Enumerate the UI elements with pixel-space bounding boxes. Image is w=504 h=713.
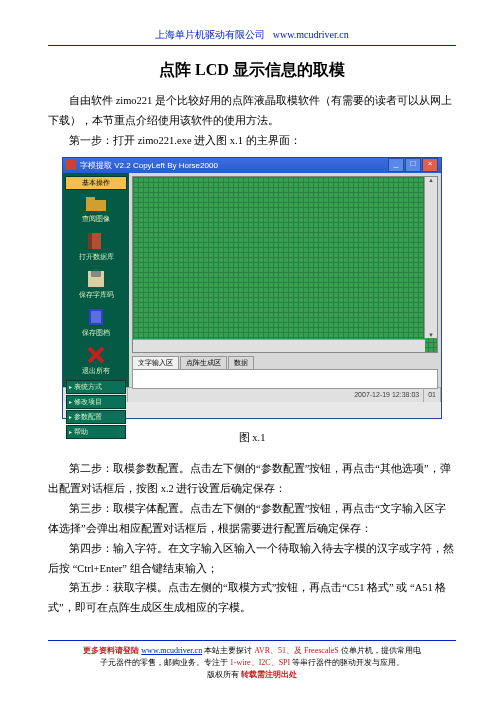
- footer-t1b: 本站主要探讨: [202, 646, 254, 655]
- disk-icon[interactable]: [84, 270, 108, 288]
- pixel-canvas[interactable]: [132, 176, 438, 353]
- sidebar-label-2: 保存字库码: [79, 290, 114, 300]
- text-input-area[interactable]: [132, 369, 438, 389]
- maximize-button[interactable]: □: [405, 158, 421, 172]
- statusbar-time: 2007-12-19 12:38:03: [350, 388, 424, 402]
- sidebar-btn-config[interactable]: 参数配置: [66, 410, 126, 424]
- page-footer: 更多资料请登陆 www.mcudriver.cn 本站主要探讨 AVR、51、及…: [48, 640, 456, 681]
- tab-text-input[interactable]: 文字输入区: [132, 356, 179, 369]
- sidebar-label-3: 保存图档: [82, 328, 110, 338]
- header-url[interactable]: www.mcudriver.cn: [273, 29, 349, 40]
- minimize-button[interactable]: _: [388, 158, 404, 172]
- svg-rect-1: [86, 197, 95, 202]
- statusbar-n: 01: [424, 388, 441, 402]
- footer-chips: AVR、51、及 FreescaleS: [254, 646, 339, 655]
- step3-text: 第三步：取模字体配置。点击左下侧的“参数配置”按钮，再点击“文字输入区字体选择”…: [48, 499, 456, 539]
- footer-t3a: 版权所有: [207, 670, 241, 679]
- footer-t2b: 等串行器件的驱动开发与应用。: [290, 658, 404, 667]
- statusbar-cell-1: [63, 388, 128, 402]
- footer-buses: 1-wire、I2C、SPI: [230, 658, 290, 667]
- footer-lead: 更多资料请登陆: [83, 646, 141, 655]
- page-header: 上海单片机驱动有限公司 www.mcudriver.cn: [48, 28, 456, 46]
- window-title: 字模提取 V2.2 CopyLeft By Horse2000: [80, 160, 218, 171]
- tab-data[interactable]: 数据: [228, 356, 254, 369]
- footer-t1c: 位单片机，提供常用电: [339, 646, 421, 655]
- step1-text: 第一步：打开 zimo221.exe 进入图 x.1 的主界面：: [48, 131, 456, 151]
- footer-t3b: 转载需注明出处: [241, 670, 297, 679]
- scrollbar-horizontal[interactable]: [133, 339, 425, 352]
- scrollbar-vertical[interactable]: [424, 177, 437, 338]
- app-screenshot: 字模提取 V2.2 CopyLeft By Horse2000 _ □ × 基本…: [62, 157, 442, 419]
- folder-icon[interactable]: [84, 196, 108, 212]
- intro-paragraph: 自由软件 zimo221 是个比较好用的点阵液晶取模软件（有需要的读者可以从网上…: [48, 91, 456, 131]
- statusbar: 2007-12-19 12:38:03 01: [63, 387, 441, 402]
- svg-rect-5: [91, 271, 101, 277]
- article-title: 点阵 LCD 显示信息的取模: [48, 60, 456, 81]
- tab-dot-gen[interactable]: 点阵生成区: [180, 356, 227, 369]
- x-icon[interactable]: [84, 346, 108, 364]
- app-icon: [66, 160, 76, 170]
- sidebar-btn-help[interactable]: 帮助: [66, 425, 126, 439]
- step2-text: 第二步：取模参数配置。点击左下侧的“参数配置”按钮，再点击“其他选项”，弹出配置…: [48, 459, 456, 499]
- footer-t2a: 子元器件的零售，邮购业务。专注于: [100, 658, 230, 667]
- sidebar: 基本操作 查阅图像 打开数据库 保存字库码 保存图档 退出所有 表统方式 修改项…: [63, 173, 129, 387]
- sidebar-label-1: 打开数据库: [79, 252, 114, 262]
- svg-rect-7: [91, 311, 101, 323]
- footer-url[interactable]: www.mcudriver.cn: [141, 646, 202, 655]
- svg-rect-2: [91, 233, 101, 249]
- company-name: 上海单片机驱动有限公司: [155, 29, 265, 40]
- window-titlebar: 字模提取 V2.2 CopyLeft By Horse2000 _ □ ×: [63, 158, 441, 173]
- step5-text: 第五步：获取字模。点击左侧的“取模方式”按钮，再点击“C51 格式” 或 “A5…: [48, 578, 456, 618]
- step4-text: 第四步：输入字符。在文字输入区输入一个待取输入待去字模的汉字或字符，然后按 “C…: [48, 539, 456, 579]
- sidebar-label-0: 查阅图像: [82, 214, 110, 224]
- sidebar-btn-basic[interactable]: 基本操作: [65, 176, 127, 190]
- svg-rect-3: [88, 233, 92, 249]
- close-button[interactable]: ×: [422, 158, 438, 172]
- page-icon[interactable]: [84, 308, 108, 326]
- sidebar-label-4: 退出所有: [82, 366, 110, 376]
- door-icon[interactable]: [84, 232, 108, 250]
